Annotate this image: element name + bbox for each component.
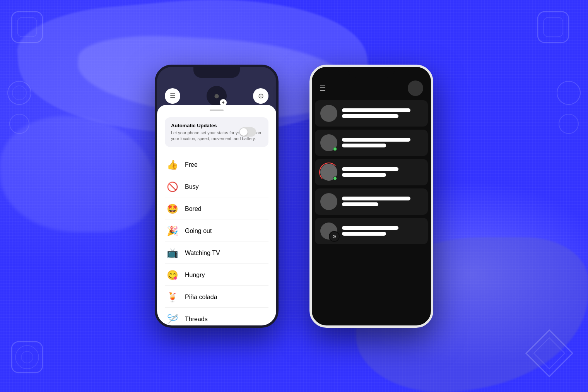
- auto-updates-card: Automatic Updates Let your phone set you…: [165, 117, 268, 147]
- contact-line: [342, 138, 410, 142]
- menu-icon-right[interactable]: ☰: [320, 84, 326, 92]
- menu-icon-left: ☰: [170, 92, 175, 99]
- status-item[interactable]: 🪡 Threads: [165, 309, 268, 325]
- contact-avatar: ⊙: [320, 223, 337, 240]
- avatar-icon: ●: [214, 90, 220, 102]
- status-item[interactable]: 🚫 Busy: [165, 177, 268, 197]
- auto-updates-inner: Automatic Updates Let your phone set you…: [171, 123, 262, 142]
- contact-info: [342, 138, 422, 147]
- contact-item[interactable]: ⊙: [315, 218, 428, 244]
- status-label: Watching TV: [185, 250, 220, 257]
- camera-button-left[interactable]: ⊙: [253, 88, 268, 104]
- contact-item[interactable]: [315, 130, 428, 156]
- contact-info: [342, 108, 422, 118]
- sheet-handle: [210, 110, 224, 111]
- status-emoji: 🤩: [166, 204, 179, 214]
- contact-line: [342, 202, 378, 206]
- contact-line: [342, 108, 410, 112]
- menu-button-left[interactable]: ☰: [165, 88, 180, 104]
- status-label: Hungry: [185, 272, 205, 279]
- contact-avatar: [320, 193, 337, 210]
- contact-line: [342, 167, 398, 171]
- status-label: Threads: [185, 316, 208, 323]
- contact-item[interactable]: [315, 159, 428, 185]
- status-emoji: 🎉: [166, 226, 179, 236]
- status-label: Free: [185, 161, 198, 168]
- status-label: Going out: [185, 228, 212, 235]
- status-item[interactable]: 😋 Hungry: [165, 265, 268, 286]
- contact-item[interactable]: [315, 100, 428, 127]
- online-indicator: [333, 176, 337, 180]
- contact-item[interactable]: [315, 188, 428, 215]
- contact-line: [342, 232, 386, 236]
- status-emoji: 👍: [166, 159, 179, 170]
- status-item[interactable]: 🤩 Bored: [165, 199, 268, 219]
- contact-info: [342, 167, 422, 177]
- contact-line: [342, 144, 386, 147]
- avatar-left[interactable]: ● +: [207, 86, 227, 106]
- contact-line: [342, 197, 410, 200]
- phones-container: ☰ ● + ⊙ Automatic Updates Let your phone…: [0, 0, 588, 392]
- contact-info: [342, 226, 422, 236]
- toggle-knob: [240, 128, 248, 136]
- status-emoji: 📺: [166, 248, 179, 258]
- camera-badge: ⊙: [329, 231, 340, 242]
- contact-line: [342, 173, 386, 177]
- contact-line: [342, 226, 398, 230]
- status-item[interactable]: 🎉 Going out: [165, 221, 268, 241]
- status-emoji: 🍹: [166, 292, 179, 303]
- status-list: 👍 Free 🚫 Busy 🤩 Bored 🎉 Going out 📺 Watc…: [165, 153, 268, 325]
- contact-info: [342, 197, 422, 206]
- avatar-right[interactable]: [408, 80, 423, 96]
- phone-right: ☰: [309, 65, 433, 328]
- auto-updates-toggle[interactable]: [239, 127, 256, 137]
- status-label: Piña colada: [185, 294, 217, 301]
- contact-avatar: [320, 105, 337, 122]
- status-label: Busy: [185, 183, 199, 190]
- bottom-sheet: Automatic Updates Let your phone set you…: [157, 105, 276, 325]
- status-emoji: 🪡: [166, 314, 179, 325]
- notch-left: [193, 67, 240, 78]
- status-emoji: 🚫: [166, 181, 179, 192]
- camera-icon-left: ⊙: [258, 92, 264, 100]
- contact-avatar: [320, 134, 337, 151]
- phone-left: ☰ ● + ⊙ Automatic Updates Let your phone…: [155, 65, 279, 328]
- contact-list: ⊙: [312, 98, 431, 246]
- status-emoji: 😋: [166, 270, 179, 281]
- contact-line: [342, 114, 398, 118]
- online-indicator: [333, 147, 337, 151]
- contact-avatar: [320, 164, 337, 181]
- notch-right: [348, 67, 395, 78]
- status-item[interactable]: 👍 Free: [165, 155, 268, 175]
- status-item[interactable]: 📺 Watching TV: [165, 243, 268, 264]
- status-label: Bored: [185, 205, 202, 212]
- status-item[interactable]: 🍹 Piña colada: [165, 287, 268, 308]
